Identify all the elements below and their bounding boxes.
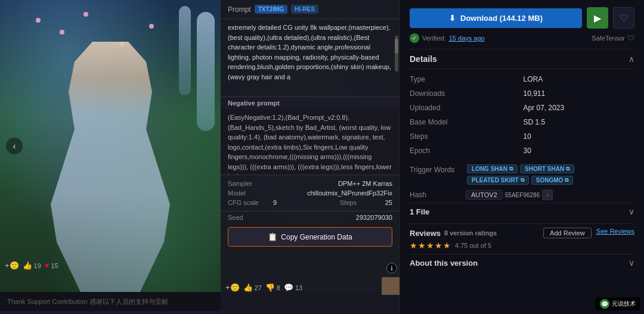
details-header: Details ∧ [410, 49, 634, 69]
details-chevron-icon[interactable]: ∧ [628, 54, 634, 64]
reviews-actions: Add Review See Reviews [543, 228, 634, 238]
play-icon: ▶ [594, 13, 601, 24]
prompt-header: Prompt TXT2IMG HI-RES [221, 0, 400, 19]
scroll-indicator [395, 36, 398, 71]
negative-prompt-label: Negative prompt [221, 97, 400, 109]
safetensor-label: SafeTensor [592, 35, 625, 42]
negative-prompt-text: (EasyNegative:1.2),(Bad_Prompt_v2:0.8),(… [221, 109, 400, 175]
cfg-value: 9 [273, 199, 277, 206]
type-value: LORA [524, 74, 635, 85]
mid-dislike-btn[interactable]: 👎 8 [265, 283, 280, 292]
downloads-value: 10,911 [524, 88, 635, 99]
tw-tag-2[interactable]: SHORT SHAN ⧉ [520, 164, 574, 173]
hash-type: AUTOV2 [471, 191, 497, 198]
steps-detail-value: 10 [524, 131, 635, 142]
seed-value: 2932079030 [356, 214, 392, 221]
left-heart-btn[interactable]: ♥ 15 [45, 261, 58, 270]
mid-emoji-btn[interactable]: +🙂 [225, 283, 240, 292]
left-image-actions: +🙂 👍 19 ♥ 15 [5, 261, 58, 270]
cfg-steps-row: CFG scale 9 Steps 25 [228, 198, 392, 207]
see-reviews-link[interactable]: See Reviews [596, 228, 634, 238]
mid-thumbup-icon: 👍 [243, 283, 253, 292]
left-image-panel: ‹ +🙂 👍 19 ♥ 15 Thank Sup [0, 0, 221, 314]
model-row: Model chilloutmix_NiPrunedFp32Fix [228, 188, 392, 198]
save-button[interactable]: ♡ [613, 7, 634, 29]
tw-copy-4-icon: ⧉ [565, 177, 568, 184]
downloads-label: Downloads [410, 88, 521, 99]
base-model-label: Base Model [410, 117, 521, 128]
files-section: 1 File ∨ [410, 203, 634, 220]
middle-panel: Prompt TXT2IMG HI-RES extremely detailed… [221, 0, 400, 314]
blossom-3 [83, 12, 88, 17]
scroll-thumb [395, 39, 398, 54]
sampler-value: DPM++ 2M Karras [338, 180, 392, 187]
download-icon: ⬇ [449, 14, 456, 23]
reviews-section: Reviews 8 version ratings Add Review See… [410, 223, 634, 254]
txt2img-badge: TXT2IMG [255, 5, 287, 14]
steps-value: 25 [385, 199, 392, 206]
model-value: chilloutmix_NiPrunedFp32Fix [307, 189, 392, 197]
left-image: ‹ +🙂 👍 19 ♥ 15 [0, 0, 221, 292]
info-button[interactable]: ℹ [386, 263, 397, 273]
hash-type-badge: AUTOV2 [466, 190, 503, 200]
play-button[interactable]: ▶ [587, 7, 608, 29]
left-image-footer: +🙂 👍 19 ♥ 15 [0, 258, 221, 273]
hash-value: 55AEF96286 [505, 192, 540, 198]
bottom-strip: Thank Support Contribution 感谢以下人员的支持与贡献 [0, 292, 221, 311]
lora-badge: LORA [524, 75, 543, 83]
tw-tag-2-label: SHORT SHAN [525, 166, 564, 172]
sampler-label: Sampler [228, 180, 270, 187]
mid-comment-btn[interactable]: 💬 13 [284, 283, 302, 292]
save-heart-icon: ♡ [620, 13, 628, 24]
model-label: Model [228, 189, 270, 197]
tw-tag-4[interactable]: SONGMO ⧉ [531, 176, 574, 185]
reviews-header: Reviews 8 version ratings Add Review See… [410, 228, 634, 238]
add-review-button[interactable]: Add Review [543, 228, 592, 238]
download-label: Download (144.12 MB) [460, 14, 543, 23]
watermark-text: 元说技术 [612, 300, 636, 308]
type-label: Type [410, 74, 521, 85]
thumbup-icon: 👍 [23, 261, 32, 270]
files-chevron-icon[interactable]: ∨ [628, 207, 634, 216]
copy-generation-data-button[interactable]: 📋 Copy Generation Data [228, 227, 392, 247]
left-like-btn[interactable]: 👍 19 [23, 261, 41, 270]
watermark-icon: 💬 [600, 299, 609, 309]
verified-left: ✓ Verified: 15 days ago [410, 33, 485, 43]
right-panel: ⬇ Download (144.12 MB) ▶ ♡ ✓ Verified: 1… [400, 0, 644, 314]
verified-icon: ✓ [410, 33, 419, 43]
waterfall-decoration-2 [179, 6, 191, 95]
tw-copy-1-icon: ⧉ [509, 166, 513, 172]
verified-time-link[interactable]: 15 days ago [449, 35, 485, 42]
left-heart-count: 15 [51, 262, 58, 269]
hash-row: Hash AUTOV2 55AEF96286 › [410, 189, 634, 200]
hires-badge: HI-RES [291, 5, 318, 14]
left-like-count: 19 [34, 262, 41, 269]
download-button[interactable]: ⬇ Download (144.12 MB) [410, 8, 582, 28]
seed-label: Seed [228, 214, 270, 221]
thumbnail-preview [382, 277, 400, 295]
heart-icon: ♥ [45, 261, 49, 270]
tw-copy-3-icon: ⧉ [521, 177, 524, 184]
trigger-words-label: Trigger Words [410, 164, 463, 174]
tw-tag-3[interactable]: PLEATED SKIRT ⧉ [467, 176, 529, 185]
hash-expand-button[interactable]: › [542, 189, 553, 200]
steps-label: Steps [340, 199, 382, 206]
about-title: About this version [410, 259, 478, 268]
about-chevron-icon[interactable]: ∨ [628, 258, 634, 268]
left-emoji-btn[interactable]: +🙂 [5, 261, 19, 270]
trigger-words-row: Trigger Words LONG SHAN ⧉ SHORT SHAN ⧉ P… [410, 164, 634, 185]
about-section: About this version ∨ [410, 254, 634, 271]
tw-tag-1[interactable]: LONG SHAN ⧉ [467, 164, 518, 173]
details-grid: Type LORA Downloads 10,911 Uploaded Apr … [410, 74, 634, 156]
copy-icon: 📋 [268, 232, 277, 241]
prev-image-button[interactable]: ‹ [6, 138, 23, 154]
uploaded-value: Apr 07, 2023 [524, 102, 635, 113]
epoch-label: Epoch [410, 145, 521, 156]
watermark: 💬 元说技术 [595, 297, 640, 310]
mid-like-btn[interactable]: 👍 27 [243, 283, 262, 292]
mid-emoji-icon: +🙂 [225, 283, 240, 292]
stars-row: ★★★★★ 4.75 out of 5 [410, 241, 634, 250]
mid-comment-count: 13 [295, 284, 302, 291]
reviews-label: Reviews [410, 229, 441, 238]
tw-copy-2-icon: ⧉ [566, 166, 569, 172]
